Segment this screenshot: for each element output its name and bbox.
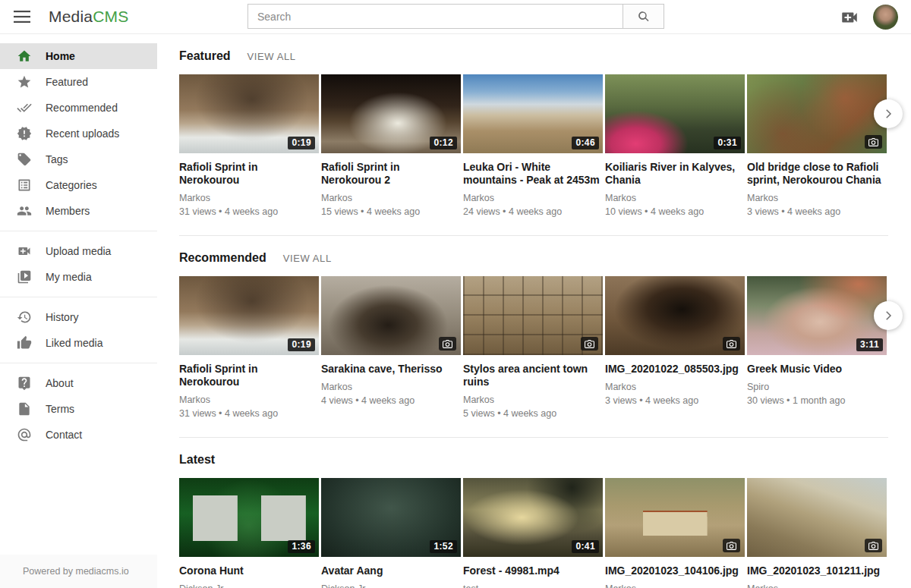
media-title[interactable]: Sarakina cave, Therisso <box>321 363 461 376</box>
media-title[interactable]: Avatar Aang <box>321 564 461 577</box>
main-content: Featured VIEW ALL 0:19 Rafioli Sprint in… <box>157 34 911 588</box>
carousel-next-button[interactable] <box>874 301 903 330</box>
media-title[interactable]: IMG_20201023_101211.jpg <box>747 564 887 577</box>
media-author[interactable]: Markos <box>179 395 319 405</box>
media-title[interactable]: IMG_20201022_085503.jpg <box>605 363 745 376</box>
home-icon <box>17 49 32 64</box>
media-title[interactable]: Forest - 49981.mp4 <box>463 564 603 577</box>
sidebar-item-label: Upload media <box>46 245 111 257</box>
sidebar-item-label: Recent uploads <box>46 127 119 140</box>
media-title[interactable]: Stylos area ancient town ruins <box>463 363 603 388</box>
video-thumbnail[interactable]: 1:52 <box>321 478 461 557</box>
media-author[interactable]: Markos <box>605 382 745 392</box>
media-meta: 31 views • 4 weeks ago <box>179 408 319 419</box>
menu-hamburger-icon[interactable] <box>14 11 30 23</box>
search-bar <box>247 4 664 29</box>
sidebar-item-members[interactable]: Members <box>0 198 157 224</box>
media-author[interactable]: Dickson Jr. <box>179 583 319 588</box>
media-meta: 3 views • 4 weeks ago <box>747 206 887 217</box>
user-avatar[interactable] <box>873 5 898 30</box>
media-title[interactable]: Koiliaris River in Kalyves, Chania <box>605 161 745 187</box>
image-thumbnail[interactable] <box>321 276 461 355</box>
media-meta: 24 views • 4 weeks ago <box>463 206 603 217</box>
media-title[interactable]: Leuka Ori - White mountains - Peak at 24… <box>463 161 603 187</box>
camera-icon <box>868 542 878 550</box>
video-plus-icon <box>17 244 32 259</box>
image-thumbnail[interactable] <box>605 276 745 355</box>
help-bubble-icon <box>17 376 32 391</box>
sidebar-item-liked-media[interactable]: Liked media <box>0 330 157 356</box>
sidebar-item-label: History <box>46 311 79 323</box>
image-type-badge <box>865 135 882 149</box>
image-thumbnail[interactable] <box>463 276 603 355</box>
media-author[interactable]: Markos <box>605 583 745 588</box>
sidebar-item-home[interactable]: Home <box>0 43 157 69</box>
media-author[interactable]: Markos <box>321 382 461 392</box>
sidebar-item-featured[interactable]: Featured <box>0 69 157 95</box>
media-card: IMG_20201022_085503.jpg Markos 3 views •… <box>605 276 745 419</box>
image-thumbnail[interactable] <box>747 478 887 557</box>
video-thumbnail[interactable]: 0:41 <box>463 478 603 557</box>
media-author[interactable]: Markos <box>463 395 603 405</box>
upload-media-icon[interactable] <box>840 8 859 27</box>
sidebar-item-categories[interactable]: Categories <box>0 172 157 198</box>
search-button[interactable] <box>623 4 664 29</box>
sidebar-item-label: Categories <box>46 179 97 191</box>
media-author[interactable]: Markos <box>463 193 603 203</box>
sidebar-item-history[interactable]: History <box>0 304 157 330</box>
media-author[interactable]: Markos <box>179 193 319 203</box>
media-card: 0:19 Rafioli Sprint in Nerokourou Markos… <box>179 74 319 217</box>
image-thumbnail[interactable] <box>747 74 887 153</box>
media-author[interactable]: test <box>463 583 603 588</box>
sidebar-item-label: Contact <box>46 429 82 441</box>
chevron-right-icon <box>881 107 895 121</box>
sidebar-item-terms[interactable]: Terms <box>0 396 157 422</box>
app-logo[interactable]: MediaCMS <box>49 8 128 26</box>
sidebar-divider <box>0 297 157 297</box>
sidebar-item-tags[interactable]: Tags <box>0 146 157 172</box>
sidebar-item-contact[interactable]: Contact <box>0 422 157 448</box>
video-thumbnail[interactable]: 0:46 <box>463 74 603 153</box>
image-thumbnail[interactable] <box>605 478 745 557</box>
video-thumbnail[interactable]: 0:19 <box>179 276 319 355</box>
chevron-right-icon <box>881 309 895 322</box>
latest-row: 1:36 Corona Hunt Dickson Jr. 6 views • 4… <box>179 478 888 588</box>
media-author[interactable]: Markos <box>747 583 887 588</box>
media-author[interactable]: Dickson Jr. <box>321 583 461 588</box>
sidebar-item-recommended[interactable]: Recommended <box>0 95 157 121</box>
sidebar-item-upload-media[interactable]: Upload media <box>0 238 157 264</box>
star-icon <box>17 74 32 90</box>
media-card: 1:36 Corona Hunt Dickson Jr. 6 views • 4… <box>179 478 319 588</box>
search-input[interactable] <box>247 4 623 29</box>
media-title[interactable]: IMG_20201023_104106.jpg <box>605 564 745 577</box>
video-thumbnail[interactable]: 0:19 <box>179 74 319 153</box>
media-author[interactable]: Markos <box>605 193 745 203</box>
view-all-link[interactable]: VIEW ALL <box>283 253 332 264</box>
video-thumbnail[interactable]: 3:11 <box>747 276 887 355</box>
media-title[interactable]: Rafioli Sprint in Nerokourou <box>179 363 319 388</box>
video-thumbnail[interactable]: 1:36 <box>179 478 319 557</box>
media-author[interactable]: Markos <box>321 193 461 203</box>
media-title[interactable]: Greek Music Video <box>747 363 887 376</box>
sidebar-item-recent-uploads[interactable]: Recent uploads <box>0 121 157 146</box>
video-thumbnail[interactable]: 0:31 <box>605 74 745 153</box>
powered-by-text: Powered by mediacms.io <box>0 555 157 588</box>
media-title[interactable]: Rafioli Sprint in Nerokourou <box>179 161 319 187</box>
media-card: Old bridge close to Rafioli sprint, Nero… <box>747 74 887 217</box>
sidebar-item-about[interactable]: About <box>0 370 157 396</box>
media-card: 1:52 Avatar Aang Dickson Jr. 12 views • … <box>321 478 461 588</box>
image-type-badge <box>865 539 882 552</box>
carousel-next-button[interactable] <box>874 99 903 128</box>
media-title[interactable]: Old bridge close to Rafioli sprint, Nero… <box>747 161 887 187</box>
media-meta: 31 views • 4 weeks ago <box>179 206 319 217</box>
media-author[interactable]: Spiro <box>747 382 887 392</box>
media-title[interactable]: Corona Hunt <box>179 564 319 577</box>
sidebar-item-label: Terms <box>46 403 74 415</box>
view-all-link[interactable]: VIEW ALL <box>247 51 296 62</box>
media-author[interactable]: Markos <box>747 193 887 203</box>
video-thumbnail[interactable]: 0:12 <box>321 74 461 153</box>
sidebar-item-my-media[interactable]: My media <box>0 264 157 290</box>
people-icon <box>17 203 32 219</box>
media-title[interactable]: Rafioli Sprint in Nerokourou 2 <box>321 161 461 187</box>
media-card: 0:31 Koiliaris River in Kalyves, Chania … <box>605 74 745 217</box>
